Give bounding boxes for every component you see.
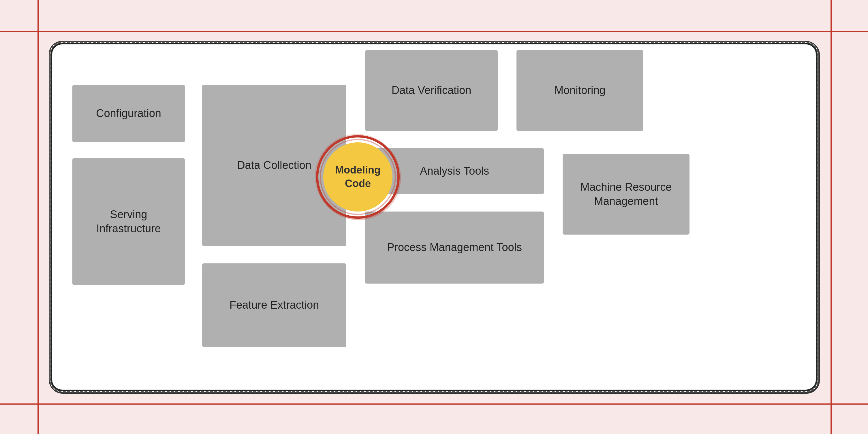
process-management-block: Process Management Tools xyxy=(365,211,544,283)
red-line-vertical-left xyxy=(37,0,39,434)
feature-extraction-block: Feature Extraction xyxy=(202,263,346,347)
machine-resource-block: Machine ResourceManagement xyxy=(563,154,689,235)
serving-infrastructure-block: Serving Infrastructure xyxy=(72,158,185,285)
serving-infrastructure-label: Serving Infrastructure xyxy=(78,207,179,236)
main-diagram-container: Configuration Serving Infrastructure Dat… xyxy=(51,43,817,391)
monitoring-block: Monitoring xyxy=(517,50,643,131)
feature-extraction-label: Feature Extraction xyxy=(229,298,319,312)
machine-resource-label: Machine ResourceManagement xyxy=(581,180,672,209)
data-verification-block: Data Verification xyxy=(365,50,498,131)
analysis-tools-label: Analysis Tools xyxy=(420,164,489,178)
process-management-label: Process Management Tools xyxy=(387,240,522,255)
red-line-vertical-right xyxy=(831,0,832,434)
data-collection-label: Data Collection xyxy=(237,158,311,172)
configuration-block: Configuration xyxy=(72,85,185,142)
red-line-horizontal-bottom xyxy=(0,403,868,405)
configuration-label: Configuration xyxy=(96,106,161,121)
data-verification-label: Data Verification xyxy=(392,83,471,97)
monitoring-label: Monitoring xyxy=(554,83,605,97)
red-line-horizontal-top xyxy=(0,31,868,32)
